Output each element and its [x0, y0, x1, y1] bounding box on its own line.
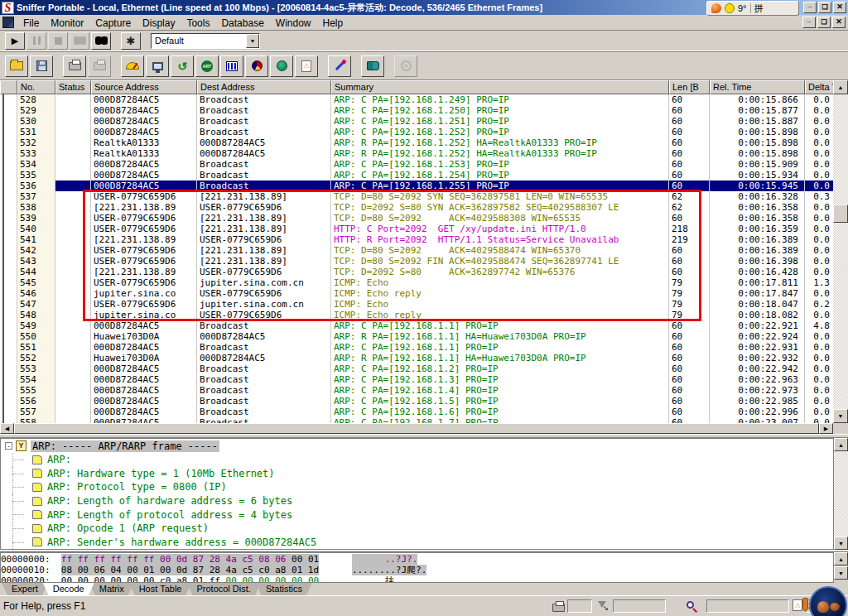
packet-row-533[interactable]: 533RealtkA01333000D87284AC5ARP: R PA=[19…	[0, 148, 848, 159]
row-checkbox[interactable]	[2, 191, 4, 202]
row-checkbox[interactable]	[2, 105, 4, 116]
history-samples-button[interactable]	[220, 55, 243, 77]
tree-item[interactable]: ARP:	[1, 453, 833, 467]
packet-row-536[interactable]: 536000D87284AC5BroadcastARP: C PA=[192.1…	[0, 180, 848, 191]
filter-profile-combobox[interactable]: Default ▼	[151, 33, 260, 49]
play-button[interactable]	[5, 32, 25, 50]
packet-row-541[interactable]: 541[221.231.138.89USER-0779C659D6HTTP: R…	[0, 234, 848, 245]
tab-matrix[interactable]: Matrix	[89, 583, 134, 595]
row-checkbox[interactable]	[2, 213, 4, 224]
row-checkbox[interactable]	[2, 363, 4, 374]
tree-root[interactable]: - Y ARP: ----- ARP/RARP frame -----	[1, 439, 833, 453]
packet-row-555[interactable]: 555000D87284AC5BroadcastARP: C PA=[192.1…	[0, 385, 848, 396]
packet-row-537[interactable]: 537USER-0779C659D6[221.231.138.89]TCP: D…	[0, 191, 848, 202]
ime-toolbar[interactable]: 9° 拼	[706, 1, 799, 16]
ime-num-label[interactable]: 9°	[738, 3, 747, 13]
chevron-down-icon[interactable]: ▼	[246, 34, 259, 48]
row-checkbox[interactable]	[2, 202, 4, 213]
ime-mode-icon[interactable]	[725, 3, 735, 13]
mdi-restore-button[interactable]	[817, 17, 831, 28]
row-checkbox[interactable]	[2, 94, 4, 105]
packet-row-529[interactable]: 529000D87284AC5BroadcastARP: C PA=[192.1…	[0, 105, 848, 116]
packet-row-531[interactable]: 531000D87284AC5BroadcastARP: C PA=[192.1…	[0, 127, 848, 137]
tree-scroll-down-button[interactable]: ▼	[834, 537, 848, 550]
packet-row-554[interactable]: 554000D87284AC5BroadcastARP: C PA=[192.1…	[0, 374, 848, 385]
column-header-len-b[interactable]: Len [B	[669, 80, 710, 94]
ime-pinyin-label[interactable]: 拼	[754, 2, 764, 15]
row-checkbox[interactable]	[2, 385, 4, 396]
row-checkbox[interactable]	[2, 407, 4, 417]
row-checkbox[interactable]	[2, 116, 4, 127]
column-header-summary[interactable]: Summary	[331, 80, 669, 94]
column-header-dest-address[interactable]: Dest Address	[197, 80, 331, 94]
close-button[interactable]	[833, 2, 846, 13]
collapse-expander-icon[interactable]: -	[5, 442, 12, 450]
hscroll-right-button[interactable]: ▶	[819, 423, 833, 434]
tree-item[interactable]: ARP: Opcode 1 (ARP request)	[1, 522, 833, 536]
save-button[interactable]	[30, 55, 53, 77]
mdi-close-button[interactable]	[832, 17, 846, 28]
global-statistics-button[interactable]	[270, 55, 293, 77]
vscroll-thumb[interactable]	[833, 205, 848, 223]
art-response-time-button[interactable]: ART	[195, 55, 219, 77]
packet-row-557[interactable]: 557000D87284AC5BroadcastARP: C PA=[192.1…	[0, 407, 848, 417]
hex-row[interactable]: 00000010: 08 00 06 04 00 01 00 0d 87 28 …	[1, 565, 833, 575]
tab-expert[interactable]: Expert	[2, 583, 48, 595]
packet-row-539[interactable]: 539USER-0779C659D6[221.231.138.89]TCP: D…	[0, 213, 848, 224]
protocol-distribution-button[interactable]	[245, 55, 268, 77]
tree-item[interactable]: ARP: Length of hardware address = 6 byte…	[1, 494, 833, 508]
hex-scroll-down-button[interactable]: ▼	[834, 566, 848, 580]
alarm-log-button[interactable]	[295, 55, 318, 77]
tab-protocol-dist-[interactable]: Protocol Dist.	[186, 583, 260, 595]
row-checkbox[interactable]	[2, 170, 4, 180]
column-header-select[interactable]	[0, 80, 17, 94]
packet-row-530[interactable]: 530000D87284AC5BroadcastARP: C PA=[192.1…	[0, 116, 848, 127]
packet-row-543[interactable]: 543USER-0779C659D6[221.231.138.89]TCP: D…	[0, 256, 848, 267]
tree-scroll-track[interactable]	[834, 451, 848, 537]
menu-window[interactable]: Window	[270, 16, 317, 31]
mdi-minimize-button[interactable]	[802, 17, 816, 28]
document-icon[interactable]	[2, 17, 14, 28]
tree-item[interactable]: ARP: Hardware type = 1 (10Mb Ethernet)	[1, 467, 833, 481]
row-checkbox[interactable]	[2, 137, 4, 148]
matrix-button[interactable]	[171, 55, 194, 77]
packet-row-550[interactable]: 550Huawei703D0A000D87284AC5ARP: R PA=[19…	[0, 331, 848, 342]
tree-item[interactable]: ARP: Sender's hardware address = 000D872…	[1, 536, 833, 550]
packet-row-532[interactable]: 532RealtkA01333000D87284AC5ARP: R PA=[19…	[0, 137, 848, 148]
define-filter-button[interactable]	[328, 55, 351, 77]
print-button[interactable]	[63, 55, 86, 77]
hex-scroll-up-button[interactable]: ▲	[834, 552, 848, 565]
packet-row-552[interactable]: 552Huawei703D0A000D87284AC5ARP: R PA=[19…	[0, 353, 848, 363]
menu-display[interactable]: Display	[137, 16, 181, 31]
tab-host-table[interactable]: Host Table	[129, 583, 192, 595]
packet-row-548[interactable]: 548jupiter.sina.coUSER-0779C659D6ICMP: E…	[0, 310, 848, 320]
restore-button[interactable]	[818, 2, 831, 13]
row-checkbox[interactable]	[2, 353, 4, 363]
packet-row-549[interactable]: 549000D87284AC5BroadcastARP: C PA=[192.1…	[0, 320, 848, 331]
row-checkbox[interactable]	[2, 256, 4, 267]
packet-row-528[interactable]: 528000D87284AC5BroadcastARP: C PA=[192.1…	[0, 94, 848, 105]
vscroll-up-button[interactable]: ▲	[833, 80, 848, 94]
column-header-rel-time[interactable]: Rel. Time	[710, 80, 805, 94]
hex-row[interactable]: 00000020: 00 00 00 00 00 00 c0 a8 01 ff …	[1, 575, 833, 583]
packet-row-546[interactable]: 546jupiter.sina.coUSER-0779C659D6ICMP: E…	[0, 288, 848, 299]
row-checkbox[interactable]	[2, 331, 4, 342]
row-checkbox[interactable]	[2, 374, 4, 385]
minimize-button[interactable]	[803, 2, 817, 13]
packet-row-547[interactable]: 547USER-0779C659D6jupiter.sina.com.cnICM…	[0, 299, 848, 310]
row-checkbox[interactable]	[2, 267, 4, 277]
vscroll-track[interactable]	[833, 94, 848, 409]
row-checkbox[interactable]	[2, 299, 4, 310]
row-checkbox[interactable]	[2, 277, 4, 288]
menu-help[interactable]: Help	[317, 16, 349, 31]
menu-capture[interactable]: Capture	[89, 16, 137, 31]
row-checkbox[interactable]	[2, 417, 4, 423]
row-checkbox[interactable]	[2, 127, 4, 137]
packet-row-534[interactable]: 534000D87284AC5BroadcastARP: C PA=[192.1…	[0, 159, 848, 170]
row-checkbox[interactable]	[2, 288, 4, 299]
row-checkbox[interactable]	[2, 180, 4, 191]
row-checkbox[interactable]	[2, 310, 4, 320]
packet-row-540[interactable]: 540USER-0779C659D6[221.231.138.89]HTTP: …	[0, 224, 848, 234]
row-checkbox[interactable]	[2, 148, 4, 159]
packet-row-542[interactable]: 542USER-0779C659D6[221.231.138.89]TCP: D…	[0, 245, 848, 256]
